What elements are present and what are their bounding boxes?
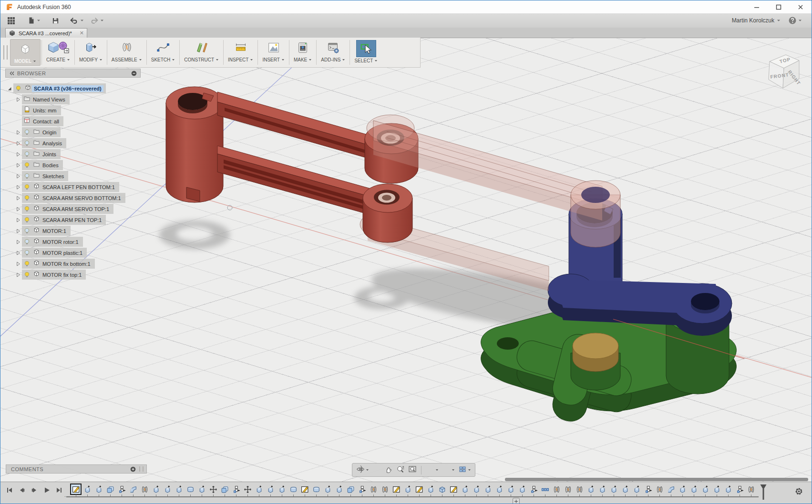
browser-item-scara-3-v36-recovered[interactable]: SCARA #3 (v36~recovered): [5, 83, 141, 94]
visibility-bulb-icon[interactable]: [23, 183, 31, 191]
timeline-go-to-start-button[interactable]: [4, 485, 15, 495]
tree-collapsed-arrow-icon[interactable]: [14, 173, 22, 180]
ribbon-inspect-menu[interactable]: INSPECT: [224, 38, 257, 67]
ribbon-modify-menu[interactable]: MODIFY: [75, 38, 107, 67]
timeline-feature-joint[interactable]: [735, 484, 744, 494]
timeline-playhead[interactable]: [760, 484, 767, 502]
browser-minus-icon[interactable]: [131, 70, 137, 77]
timeline-feature-assemble[interactable]: [746, 484, 756, 494]
close-button[interactable]: [790, 0, 812, 13]
collapse-panel-icon[interactable]: [9, 70, 15, 77]
ribbon-assemble-menu[interactable]: ASSEMBLE: [107, 38, 146, 67]
timeline-feature-extrude[interactable]: [700, 484, 710, 494]
visibility-bulb-icon[interactable]: [23, 205, 31, 212]
timeline-step-forward-button[interactable]: [29, 485, 40, 495]
file-menu-button[interactable]: [25, 13, 43, 28]
timeline-feature-extrude[interactable]: [517, 484, 527, 494]
timeline-feature-extrude[interactable]: [266, 484, 275, 494]
visibility-bulb-icon[interactable]: [23, 227, 31, 234]
timeline-feature-extrude[interactable]: [678, 484, 687, 494]
nav-grid-display-button[interactable]: [441, 464, 456, 476]
timeline-feature-extrude[interactable]: [597, 484, 607, 494]
timeline-feature-revolve[interactable]: [288, 484, 298, 494]
browser-item-scara-arm-servo-top-1[interactable]: SCARA ARM SERVO TOP:1: [5, 203, 141, 214]
timeline-feature-extrude[interactable]: [494, 484, 504, 494]
timeline-feature-extrude[interactable]: [403, 484, 412, 494]
ribbon-construct-menu[interactable]: CONSTRUCT: [180, 38, 223, 67]
browser-item-contact-all[interactable]: Contact: all: [5, 116, 141, 127]
tree-collapsed-arrow-icon[interactable]: [14, 272, 22, 278]
timeline-feature-sketch[interactable]: [71, 484, 81, 494]
visibility-bulb-icon[interactable]: [23, 271, 31, 278]
timeline-feature-extrude[interactable]: [460, 484, 470, 494]
ribbon-create-menu[interactable]: CREATE: [42, 38, 74, 67]
timeline-play-button[interactable]: [41, 485, 52, 495]
tree-collapsed-arrow-icon[interactable]: [14, 184, 22, 191]
tree-collapsed-arrow-icon[interactable]: [14, 228, 22, 234]
ribbon-sketch-menu[interactable]: SKETCH: [147, 38, 180, 67]
visibility-bulb-icon[interactable]: [23, 129, 31, 136]
view-cube[interactable]: TOP FRONT RIGHT: [756, 48, 806, 98]
timeline-feature-joint[interactable]: [529, 484, 538, 494]
tree-collapsed-arrow-icon[interactable]: [14, 151, 22, 158]
comments-grip[interactable]: [139, 466, 144, 472]
timeline-feature-combine[interactable]: [346, 484, 355, 494]
timeline-go-to-end-button[interactable]: [54, 485, 64, 495]
timeline-feature-joint[interactable]: [117, 484, 126, 494]
timeline-feature-extrude[interactable]: [483, 484, 493, 494]
browser-item-scara-left-pen-bottom-1[interactable]: SCARA LEFT PEN BOTTOM:1: [5, 181, 141, 192]
user-menu[interactable]: Martin Korolczuk: [732, 17, 781, 24]
timeline-feature-extrude[interactable]: [163, 484, 172, 494]
timeline-feature-pattern[interactable]: [540, 484, 550, 494]
browser-item-scara-arm-pen-top-1[interactable]: SCARA ARM PEN TOP:1: [5, 214, 141, 225]
timeline-group-expand-button[interactable]: [513, 498, 520, 504]
timeline-feature-extrude[interactable]: [506, 484, 515, 494]
tree-collapsed-arrow-icon[interactable]: [14, 217, 22, 223]
timeline-feature-extrude[interactable]: [609, 484, 618, 494]
timeline-feature-fillet[interactable]: [666, 484, 676, 494]
timeline-feature-assemble[interactable]: [369, 484, 378, 494]
timeline-feature-extrude[interactable]: [620, 484, 630, 494]
ribbon-add-ins-menu[interactable]: ADD-INS: [317, 38, 349, 67]
timeline-feature-assemble[interactable]: [575, 484, 584, 494]
timeline-feature-extrude[interactable]: [723, 484, 733, 494]
visibility-bulb-icon[interactable]: [23, 172, 31, 180]
minimize-button[interactable]: [746, 0, 768, 13]
tree-collapsed-arrow-icon[interactable]: [14, 261, 22, 267]
browser-item-units-mm[interactable]: Units: mm: [5, 105, 141, 116]
ribbon-grip[interactable]: [3, 45, 8, 60]
visibility-bulb-icon[interactable]: [23, 260, 31, 267]
nav-pan-button[interactable]: [383, 464, 394, 476]
comments-plus-icon[interactable]: [130, 466, 136, 473]
timeline-feature-extrude[interactable]: [94, 484, 103, 494]
timeline-scrollbar[interactable]: [505, 478, 808, 481]
browser-item-motor-fix-bottom-1[interactable]: MOTOR fix bottom:1: [5, 258, 141, 269]
browser-item-joints[interactable]: Joints: [5, 149, 141, 160]
timeline-feature-extrude[interactable]: [689, 484, 699, 494]
redo-button[interactable]: [87, 13, 107, 28]
timeline-feature-sketch[interactable]: [300, 484, 309, 494]
timeline-feature-extrude[interactable]: [712, 484, 721, 494]
timeline-feature-extrude[interactable]: [197, 484, 206, 494]
maximize-button[interactable]: [768, 0, 790, 13]
timeline-step-back-button[interactable]: [17, 485, 27, 495]
ribbon-select-menu[interactable]: SELECT: [350, 38, 382, 67]
timeline-feature-extrude[interactable]: [277, 484, 287, 494]
nav-zoom-button[interactable]: [395, 464, 406, 476]
timeline-feature-extrude[interactable]: [334, 484, 344, 494]
save-button[interactable]: [49, 13, 62, 28]
browser-item-named-views[interactable]: Named Views: [5, 94, 141, 105]
timeline-feature-sketch[interactable]: [391, 484, 401, 494]
document-tab[interactable]: SCARA #3 ...covered)* ✕: [5, 28, 87, 38]
tree-collapsed-arrow-icon[interactable]: [14, 140, 22, 147]
browser-item-scara-arm-servo-bottom-1[interactable]: SCARA ARM SERVO BOTTOM:1: [5, 192, 141, 203]
tree-collapsed-arrow-icon[interactable]: [14, 195, 22, 202]
timeline-feature-extrude[interactable]: [254, 484, 264, 494]
timeline-feature-assemble[interactable]: [380, 484, 390, 494]
timeline-feature-extrude[interactable]: [323, 484, 332, 494]
timeline-settings-gear-icon[interactable]: [795, 487, 803, 497]
ribbon-make-menu[interactable]: MAKE: [289, 38, 316, 67]
visibility-bulb-icon[interactable]: [23, 161, 31, 169]
app-launcher-button[interactable]: [4, 13, 18, 28]
tree-collapsed-arrow-icon[interactable]: [14, 96, 22, 103]
